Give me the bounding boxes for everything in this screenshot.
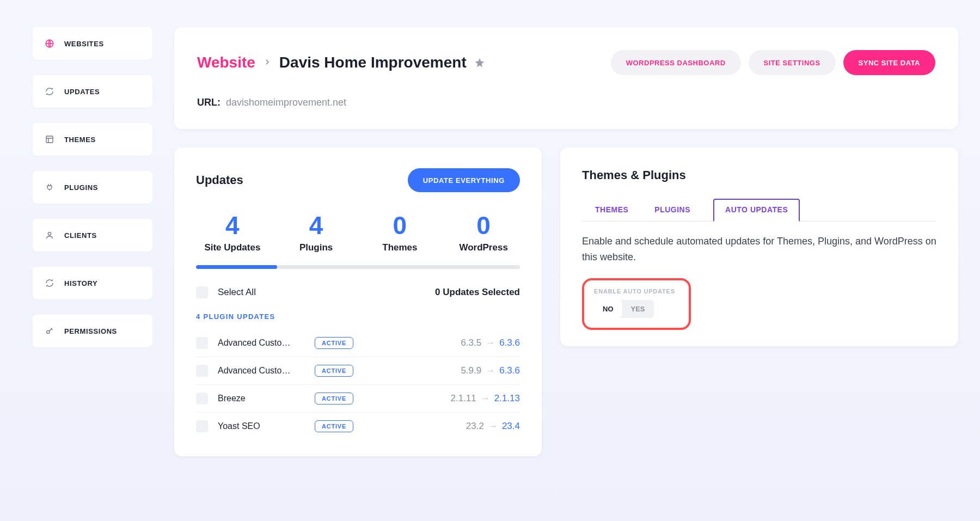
svg-point-2: [48, 232, 51, 235]
tab-plugins[interactable]: PLUGINS: [651, 199, 694, 222]
stat-label: Site Updates: [196, 242, 269, 253]
status-badge: ACTIVE: [315, 393, 353, 404]
user-icon: [45, 230, 54, 240]
stat-value: 0: [447, 211, 520, 240]
themes-plugins-panel: Themes & Plugins THEMES PLUGINS AUTO UPD…: [560, 148, 958, 346]
version-old: 2.1.11: [450, 393, 476, 404]
version-old: 5.9.9: [461, 365, 481, 376]
plugin-list: Advanced Custo… ACTIVE 6.3.5 → 6.3.6 Adv…: [196, 329, 520, 440]
stats-row: 4 Site Updates 4 Plugins 0 Themes 0 Word…: [196, 211, 520, 253]
sidebar-label: UPDATES: [64, 88, 100, 96]
status-badge: ACTIVE: [315, 337, 353, 349]
version-new: 6.3.6: [499, 365, 520, 376]
plugin-version: 6.3.5 → 6.3.6: [363, 338, 520, 348]
enable-auto-updates-label: ENABLE AUTO UPDATES: [594, 288, 679, 295]
stat-plugins: 4 Plugins: [280, 211, 353, 253]
sidebar: WEBSITES UPDATES THEMES PLUGINS CLIENTS: [33, 27, 152, 347]
layout-icon: [45, 134, 54, 144]
plugin-name: Advanced Custo…: [218, 338, 305, 348]
progress-fill: [196, 265, 277, 269]
plugin-row: Yoast SEO ACTIVE 23.2 → 23.4: [196, 413, 520, 440]
plugin-updates-section-label: 4 PLUGIN UPDATES: [196, 312, 520, 321]
site-header-card: Website Davis Home Improvement WORDPRESS…: [174, 27, 958, 129]
plugin-name: Advanced Custo…: [218, 366, 305, 376]
sidebar-item-plugins[interactable]: PLUGINS: [33, 171, 152, 204]
sidebar-item-updates[interactable]: UPDATES: [33, 75, 152, 108]
url-value[interactable]: davishomeimprovement.net: [226, 97, 346, 108]
sidebar-item-permissions[interactable]: PERMISSIONS: [33, 315, 152, 347]
stat-site-updates: 4 Site Updates: [196, 211, 269, 253]
site-settings-button[interactable]: SITE SETTINGS: [749, 50, 836, 75]
stat-value: 4: [196, 211, 269, 240]
status-badge: ACTIVE: [315, 365, 353, 377]
sidebar-item-clients[interactable]: CLIENTS: [33, 219, 152, 252]
breadcrumb-current: Davis Home Improvement: [279, 54, 467, 71]
plugin-version: 23.2 → 23.4: [363, 421, 520, 432]
stat-label: Plugins: [280, 242, 353, 253]
toggle-no[interactable]: NO: [594, 300, 622, 318]
plugin-checkbox[interactable]: [196, 337, 208, 349]
select-all-checkbox[interactable]: [196, 286, 208, 298]
plugin-checkbox[interactable]: [196, 365, 208, 377]
stat-value: 4: [280, 211, 353, 240]
key-icon: [45, 326, 54, 336]
enable-auto-updates-box: ENABLE AUTO UPDATES NO YES: [582, 278, 691, 330]
version-new: 23.4: [502, 421, 520, 432]
url-label: URL:: [197, 97, 220, 108]
status-badge: ACTIVE: [315, 420, 353, 432]
svg-rect-1: [46, 136, 53, 143]
update-everything-button[interactable]: UPDATE EVERYTHING: [408, 168, 520, 192]
url-row: URL: davishomeimprovement.net: [197, 97, 935, 108]
tab-auto-updates[interactable]: AUTO UPDATES: [713, 199, 800, 222]
main-content: Website Davis Home Improvement WORDPRESS…: [174, 27, 958, 456]
toggle-yes[interactable]: YES: [622, 300, 654, 318]
plugin-row: Advanced Custo… ACTIVE 6.3.5 → 6.3.6: [196, 329, 520, 357]
plugin-row: Advanced Custo… ACTIVE 5.9.9 → 6.3.6: [196, 357, 520, 385]
globe-icon: [45, 39, 54, 48]
plugin-version: 5.9.9 → 6.3.6: [363, 365, 520, 376]
version-old: 23.2: [466, 421, 484, 432]
sidebar-item-websites[interactable]: WEBSITES: [33, 27, 152, 60]
stat-themes: 0 Themes: [364, 211, 437, 253]
sync-icon: [45, 87, 54, 96]
selected-count: 0 Updates Selected: [435, 287, 520, 298]
arrow-right-icon: →: [486, 365, 495, 376]
updates-panel: Updates UPDATE EVERYTHING 4 Site Updates…: [174, 148, 542, 456]
tab-themes[interactable]: THEMES: [592, 199, 632, 222]
sidebar-label: PERMISSIONS: [64, 327, 117, 335]
version-old: 6.3.5: [461, 338, 481, 348]
progress-bar: [196, 265, 520, 269]
plugin-name: Yoast SEO: [218, 421, 305, 431]
sidebar-label: THEMES: [64, 136, 96, 144]
sidebar-item-themes[interactable]: THEMES: [33, 123, 152, 156]
sidebar-item-history[interactable]: HISTORY: [33, 267, 152, 299]
select-all-label: Select All: [218, 287, 256, 298]
sidebar-label: PLUGINS: [64, 183, 98, 192]
plugin-checkbox[interactable]: [196, 420, 208, 432]
plugin-row: Breeze ACTIVE 2.1.11 → 2.1.13: [196, 385, 520, 413]
updates-title: Updates: [196, 173, 243, 187]
sidebar-label: CLIENTS: [64, 231, 97, 240]
version-new: 2.1.13: [494, 393, 520, 404]
auto-updates-description: Enable and schedule automated updates fo…: [582, 234, 936, 265]
tabs: THEMES PLUGINS AUTO UPDATES: [582, 198, 936, 222]
plugin-version: 2.1.11 → 2.1.13: [363, 393, 520, 404]
stat-label: Themes: [364, 242, 437, 253]
version-new: 6.3.6: [499, 338, 520, 348]
arrow-right-icon: →: [486, 338, 495, 348]
select-row: Select All 0 Updates Selected: [196, 286, 520, 298]
sync-site-data-button[interactable]: SYNC SITE DATA: [843, 50, 935, 75]
stat-wordpress: 0 WordPress: [447, 211, 520, 253]
plug-icon: [45, 182, 54, 192]
arrow-right-icon: →: [488, 421, 498, 432]
plugin-checkbox[interactable]: [196, 393, 208, 404]
breadcrumb-root[interactable]: Website: [197, 54, 255, 71]
header-actions: WORDPRESS DASHBOARD SITE SETTINGS SYNC S…: [611, 50, 935, 75]
wordpress-dashboard-button[interactable]: WORDPRESS DASHBOARD: [611, 50, 741, 75]
star-icon[interactable]: [474, 57, 485, 68]
svg-point-3: [47, 330, 50, 333]
stat-value: 0: [364, 211, 437, 240]
sidebar-label: WEBSITES: [64, 40, 104, 48]
auto-updates-toggle: NO YES: [594, 300, 654, 318]
themes-plugins-title: Themes & Plugins: [582, 168, 936, 182]
